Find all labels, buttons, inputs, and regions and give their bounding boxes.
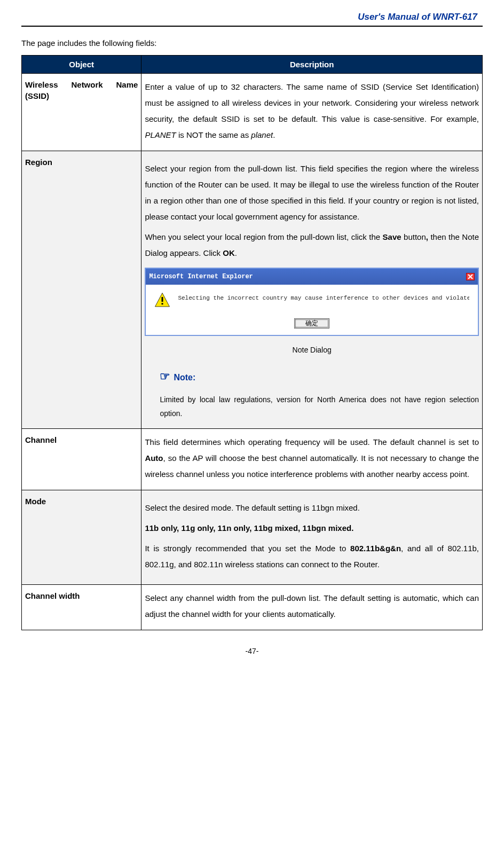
note-body: Limited by local law regulations, versio…	[160, 393, 479, 421]
desc-mode: Select the desired mode. The default set…	[141, 490, 483, 584]
svg-rect-1	[162, 297, 163, 302]
dialog-titlebar: Microsoft Internet Explorer	[146, 269, 478, 285]
warning-icon	[154, 292, 170, 312]
fields-table: Object Description Wireless Network Name…	[21, 55, 483, 630]
note-dialog: Microsoft Internet Explorer	[145, 268, 479, 336]
col-description: Description	[141, 55, 483, 73]
close-icon[interactable]	[466, 273, 475, 280]
obj-channel: Channel	[22, 428, 141, 490]
desc-region: Select your region from the pull-down li…	[141, 151, 483, 428]
desc-ssid: Enter a value of up to 32 characters. Th…	[141, 73, 483, 151]
obj-mode: Mode	[22, 490, 141, 584]
dialog-text: Selecting the incorrect country may caus…	[178, 292, 469, 304]
desc-channel: This field determines which operating fr…	[141, 428, 483, 490]
obj-channel-width: Channel width	[22, 584, 141, 630]
intro-text: The page includes the following fields:	[21, 37, 483, 49]
pointing-hand-icon: ☞	[160, 370, 170, 383]
note-box: ☞Note: Limited by local law regulations,…	[160, 365, 479, 421]
obj-region: Region	[22, 151, 141, 428]
desc-channel-width: Select any channel width from the pull-d…	[141, 584, 483, 630]
obj-ssid: Wireless Network Name (SSID)	[22, 73, 141, 151]
dialog-ok-button[interactable]: 确定	[294, 318, 329, 328]
page-header-title: User's Manual of WNRT-617	[21, 11, 483, 27]
col-object: Object	[22, 55, 141, 73]
row-channel: Channel This field determines which oper…	[22, 428, 483, 490]
row-channel-width: Channel width Select any channel width f…	[22, 584, 483, 630]
row-region: Region Select your region from the pull-…	[22, 151, 483, 428]
svg-rect-2	[162, 303, 163, 304]
page-number: -47-	[21, 646, 483, 657]
row-ssid: Wireless Network Name (SSID) Enter a val…	[22, 73, 483, 151]
dialog-caption: Note Dialog	[145, 342, 479, 357]
dialog-title: Microsoft Internet Explorer	[149, 270, 253, 283]
row-mode: Mode Select the desired mode. The defaul…	[22, 490, 483, 584]
